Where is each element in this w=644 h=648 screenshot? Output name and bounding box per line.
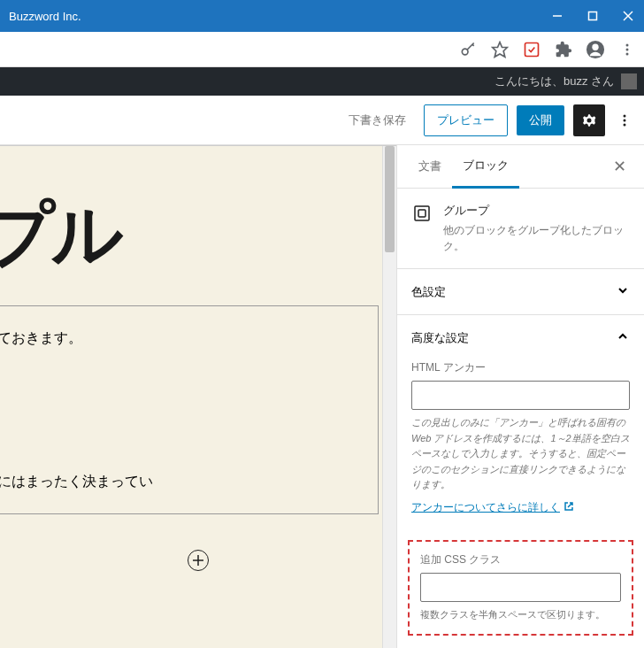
user-avatar[interactable]	[621, 73, 637, 89]
block-description: 他のブロックをグループ化したブロック。	[443, 222, 630, 254]
anchor-input[interactable]	[411, 381, 630, 410]
group-block-icon	[411, 203, 433, 224]
advanced-settings-panel: 高度な設定 HTML アンカー この見出しのみに「アンカー」と呼ばれる固有の W…	[397, 314, 644, 636]
content-text-1: いておきます。	[0, 324, 360, 352]
greeting-text[interactable]: こんにちは、buzz さん	[494, 73, 614, 89]
extensions-icon[interactable]	[554, 40, 573, 59]
anchor-learn-more-link[interactable]: アンカーについてさらに詳しく	[411, 500, 574, 515]
svg-point-9	[626, 43, 629, 46]
svg-point-12	[624, 114, 626, 117]
main-area: プル いておきます。 りにはまったく決まってい 文書 ブロック ✕ グループ	[0, 145, 644, 648]
chevron-up-icon	[616, 329, 630, 346]
capture-icon[interactable]	[522, 40, 541, 59]
window-controls	[550, 9, 635, 23]
color-settings-title: 色設定	[411, 284, 446, 300]
close-sidebar-button[interactable]: ✕	[606, 153, 633, 180]
window-title: Buzzword Inc.	[9, 10, 550, 23]
post-title-fragment[interactable]: プル	[0, 199, 396, 270]
editor-toolbar: 下書き保存 プレビュー 公開	[0, 96, 644, 145]
color-settings-header[interactable]: 色設定	[397, 269, 644, 314]
color-settings-panel: 色設定	[397, 268, 644, 314]
settings-button[interactable]	[573, 104, 605, 136]
svg-rect-18	[418, 210, 426, 217]
editor-scrollbar[interactable]	[382, 146, 396, 648]
advanced-settings-title: 高度な設定	[411, 330, 469, 346]
maximize-button[interactable]	[586, 9, 600, 23]
browser-toolbar	[0, 32, 644, 67]
add-block-area	[0, 550, 396, 571]
advanced-settings-body: HTML アンカー この見出しのみに「アンカー」と呼ばれる固有の Web アドレ…	[397, 360, 644, 529]
sidebar-tabs: 文書 ブロック ✕	[397, 145, 644, 189]
tab-block[interactable]: ブロック	[452, 145, 519, 189]
editor-canvas[interactable]: プル いておきます。 りにはまったく決まってい	[0, 145, 396, 648]
svg-point-14	[624, 123, 626, 126]
content-text-2: りにはまったく決まってい	[0, 467, 360, 496]
svg-rect-1	[589, 12, 597, 20]
close-button[interactable]	[621, 9, 635, 23]
wp-admin-bar: こんにちは、buzz さん	[0, 67, 644, 96]
scrollbar-thumb[interactable]	[385, 146, 395, 252]
publish-button[interactable]: 公開	[517, 105, 564, 135]
anchor-label: HTML アンカー	[411, 360, 630, 375]
content-block[interactable]: いておきます。 りにはまったく決まってい	[0, 305, 379, 514]
preview-button[interactable]: プレビュー	[424, 104, 508, 136]
svg-point-8	[592, 43, 598, 50]
block-title: グループ	[443, 203, 630, 219]
add-block-button[interactable]	[188, 550, 209, 571]
minimize-button[interactable]	[550, 9, 564, 23]
svg-point-11	[626, 52, 629, 55]
svg-marker-5	[493, 42, 508, 57]
block-info-section: グループ 他のブロックをグループ化したブロック。	[397, 189, 644, 268]
css-class-help: 複数クラスを半角スペースで区切ります。	[420, 607, 621, 623]
save-draft-button[interactable]: 下書き保存	[340, 105, 415, 135]
svg-point-4	[462, 49, 468, 55]
svg-point-13	[624, 119, 626, 121]
css-class-input[interactable]	[420, 573, 621, 602]
chevron-down-icon	[616, 283, 630, 300]
star-icon[interactable]	[490, 40, 510, 59]
advanced-settings-header[interactable]: 高度な設定	[397, 315, 644, 360]
css-class-label: 追加 CSS クラス	[420, 552, 621, 567]
window-title-bar: Buzzword Inc.	[0, 0, 644, 32]
settings-sidebar: 文書 ブロック ✕ グループ 他のブロックをグループ化したブロック。 色設定 高…	[396, 145, 644, 648]
anchor-help-text: この見出しのみに「アンカー」と呼ばれる固有の Web アドレスを作成するには、1…	[411, 415, 630, 493]
external-link-icon	[564, 501, 574, 514]
tab-document[interactable]: 文書	[408, 146, 452, 187]
key-icon[interactable]	[458, 40, 478, 59]
css-class-highlight: 追加 CSS クラス 複数クラスを半角スペースで区切ります。	[408, 540, 633, 636]
menu-icon[interactable]	[617, 40, 637, 59]
more-options-button[interactable]	[614, 104, 635, 136]
svg-point-10	[626, 48, 629, 50]
svg-rect-6	[525, 42, 539, 56]
svg-rect-17	[415, 206, 429, 220]
anchor-link-text: アンカーについてさらに詳しく	[411, 500, 560, 515]
profile-icon[interactable]	[586, 40, 605, 59]
